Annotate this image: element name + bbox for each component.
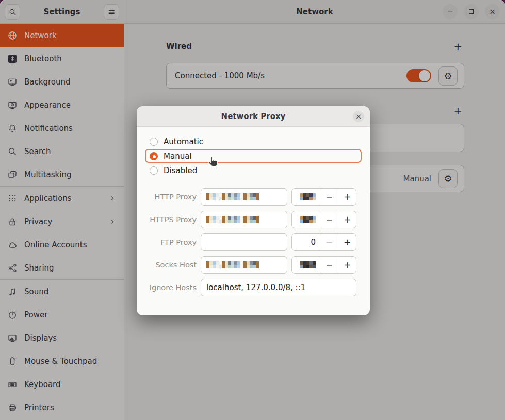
port-value[interactable] [292,257,320,273]
decrement-button[interactable]: − [320,257,338,273]
port-value[interactable] [292,211,320,228]
ignore-hosts-row: Ignore Hosts localhost, 127.0.0.0/8, ::1 [145,279,362,296]
ftp-proxy-row: FTP Proxy 0 − + [145,233,362,251]
http-port-spinner[interactable]: − + [291,188,356,206]
settings-window: Settings ≡ Network Bluetooth [0,0,505,420]
dialog-close-button[interactable]: × [353,111,364,122]
proxy-option-manual[interactable]: Manual [145,149,362,163]
dialog-body: Automatic Manual Disabled HTTP Proxy − [137,127,370,296]
field-label: HTTPS Proxy [145,215,197,224]
proxy-form: HTTP Proxy − + HTTPS Proxy − + [145,188,362,296]
https-port-spinner[interactable]: − + [291,211,356,228]
option-label: Automatic [164,137,203,146]
https-proxy-input[interactable] [201,211,287,228]
port-value[interactable] [292,189,320,205]
field-label: Socks Host [145,261,197,269]
port-value[interactable]: 0 [292,234,320,250]
increment-button[interactable]: + [338,234,356,250]
dialog-headerbar: Network Proxy × [137,106,370,127]
redacted-port-value [300,216,316,223]
increment-button[interactable]: + [338,257,356,273]
option-label: Manual [164,152,192,161]
hand-cursor-icon [206,155,220,169]
ftp-port-spinner[interactable]: 0 − + [291,233,356,251]
ftp-proxy-input[interactable] [201,233,287,251]
field-value: localhost, 127.0.0.0/8, ::1 [206,283,305,292]
field-label: Ignore Hosts [145,283,197,292]
redacted-port-value [300,261,316,268]
redacted-host-value [206,261,259,268]
increment-button[interactable]: + [338,189,356,205]
redacted-host-value [206,216,259,223]
decrement-button[interactable]: − [320,234,338,250]
http-proxy-input[interactable] [201,188,287,206]
ignore-hosts-input[interactable]: localhost, 127.0.0.0/8, ::1 [201,279,356,296]
proxy-option-automatic[interactable]: Automatic [145,135,362,148]
radio-checked-icon[interactable] [150,152,158,160]
socks-port-spinner[interactable]: − + [291,256,356,274]
http-proxy-row: HTTP Proxy − + [145,188,362,206]
option-label: Disabled [164,166,197,175]
redacted-host-value [206,193,259,200]
redacted-port-value [300,193,316,200]
radio-icon[interactable] [150,166,158,175]
network-proxy-dialog: Network Proxy × Automatic Manual Disable… [137,106,370,315]
close-icon: × [355,112,362,121]
https-proxy-row: HTTPS Proxy − + [145,211,362,228]
dialog-title: Network Proxy [221,112,286,121]
proxy-option-disabled[interactable]: Disabled [145,163,362,177]
field-label: FTP Proxy [145,238,197,246]
increment-button[interactable]: + [338,211,356,228]
decrement-button[interactable]: − [320,189,338,205]
decrement-button[interactable]: − [320,211,338,228]
field-label: HTTP Proxy [145,193,197,201]
socks-host-row: Socks Host − + [145,256,362,274]
socks-host-input[interactable] [201,256,287,274]
radio-icon[interactable] [150,138,158,146]
